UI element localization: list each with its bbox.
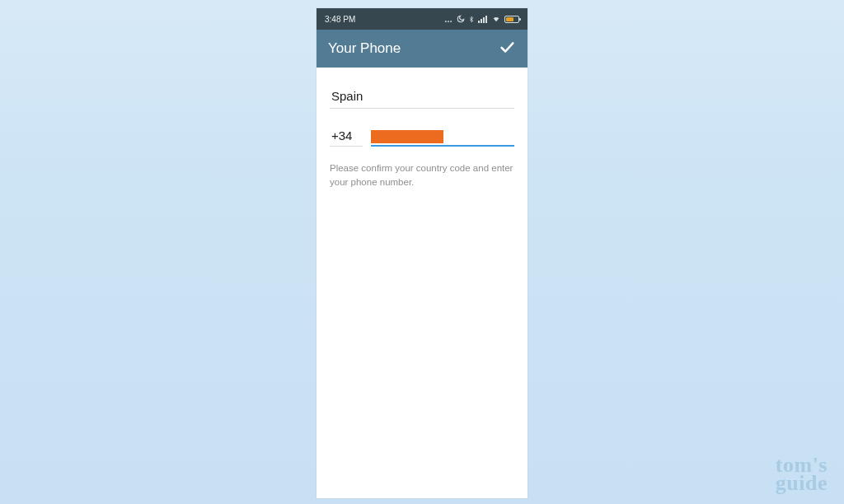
watermark-logo: tom's guide bbox=[776, 453, 828, 496]
android-status-bar: 3:48 PM … bbox=[316, 8, 528, 30]
status-time: 3:48 PM bbox=[325, 15, 355, 24]
hint-text: Please confirm your country code and ent… bbox=[330, 161, 514, 190]
country-select[interactable]: Spain bbox=[330, 82, 514, 109]
phone-frame: 3:48 PM … Your Phone bbox=[316, 8, 528, 498]
phone-row: +34 bbox=[330, 127, 514, 147]
stage: 3:48 PM … Your Phone bbox=[0, 0, 844, 504]
cellular-signal-icon bbox=[478, 16, 488, 23]
status-icons: … bbox=[444, 15, 519, 24]
phone-number-input[interactable] bbox=[371, 127, 514, 147]
app-bar: Your Phone bbox=[316, 30, 528, 68]
content-area: Spain +34 Please confirm your country co… bbox=[316, 68, 528, 498]
battery-icon bbox=[504, 16, 519, 23]
page-title: Your Phone bbox=[328, 40, 401, 57]
dnd-moon-icon bbox=[457, 15, 465, 23]
redaction-block bbox=[371, 130, 443, 143]
bluetooth-icon bbox=[468, 15, 475, 24]
watermark-line2: guide bbox=[776, 471, 828, 495]
confirm-button[interactable] bbox=[498, 38, 516, 59]
dial-code-input[interactable]: +34 bbox=[330, 128, 363, 147]
more-icon: … bbox=[444, 15, 453, 24]
wifi-icon bbox=[491, 15, 501, 23]
